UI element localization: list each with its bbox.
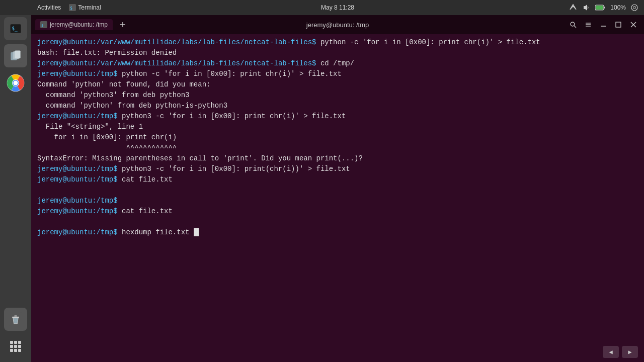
top-bar-left: Activities $ Terminal (37, 4, 101, 11)
output-text: for i in [0x00]: print chr(i) (37, 133, 177, 141)
files-icon (9, 49, 23, 63)
svg-point-31 (633, 7, 636, 9)
prompt-text: jeremy@ubuntu:/tmp$ (37, 165, 118, 173)
maximize-icon (615, 21, 622, 28)
terminal-topbar-icon: $ (69, 4, 76, 11)
terminal-line: for i in [0x00]: print chr(i) (37, 132, 638, 143)
minimize-button[interactable] (597, 18, 610, 31)
command-text: cd /tmp/ (316, 59, 355, 67)
apps-grid-icon (10, 341, 21, 352)
battery-icon (595, 4, 605, 12)
terminal-line (37, 217, 638, 227)
terminal-content[interactable]: jeremy@ubuntu:/var/www/mutillidae/labs/l… (31, 34, 644, 362)
svg-rect-23 (18, 349, 21, 352)
svg-rect-18 (10, 345, 13, 348)
command-text: python -c 'for i in [0x00]: print chr(i)… (316, 38, 540, 46)
sidebar-item-chrome[interactable] (4, 71, 27, 95)
terminal-line: jeremy@ubuntu:/var/www/mutillidae/labs/l… (37, 37, 638, 48)
window-title: jeremy@ubuntu: /tmp (306, 21, 369, 29)
terminal-line (37, 185, 638, 196)
svg-rect-16 (14, 341, 17, 344)
network-icon (569, 4, 577, 12)
terminal-label: Terminal (78, 4, 101, 11)
maximize-button[interactable] (612, 18, 625, 31)
top-bar-right: 100% (569, 4, 638, 12)
prompt-text: jeremy@ubuntu:/tmp$ (37, 175, 118, 184)
titlebar-left: $ jeremy@ubuntu: /tmp (35, 18, 130, 32)
prompt-text: jeremy@ubuntu:/tmp$ (37, 112, 118, 120)
svg-rect-19 (14, 345, 17, 348)
terminal-icon: $_ (9, 22, 23, 36)
command-text: python3 -c 'for i in [0x00]: print(chr(i… (118, 165, 350, 173)
terminal-line: File "<string>", line 1 (37, 122, 638, 132)
terminal-line: SyntaxError: Missing parentheses in call… (37, 153, 638, 164)
minimize-icon (600, 21, 607, 28)
svg-rect-14 (14, 315, 17, 317)
menu-button[interactable] (582, 18, 595, 31)
terminal-app-label: $ Terminal (69, 4, 101, 11)
sidebar: $_ (0, 0, 31, 362)
sidebar-item-terminal[interactable]: $_ (4, 17, 27, 40)
output-text: bash: file.txt: Permission denied (37, 49, 177, 57)
output-text: ^^^^^^^^^^^^ (37, 144, 177, 152)
svg-text:$: $ (70, 6, 72, 11)
tab-label: jeremy@ubuntu: /tmp (50, 21, 108, 28)
svg-rect-28 (604, 7, 605, 9)
sidebar-item-files[interactable] (4, 44, 27, 67)
svg-rect-22 (14, 349, 17, 352)
tab-terminal-icon: $ (40, 21, 47, 28)
output-text: command 'python' from deb python-is-pyth… (37, 102, 227, 110)
terminal-window: $ jeremy@ubuntu: /tmp jeremy@ubuntu: /tm… (31, 15, 644, 362)
svg-marker-26 (584, 5, 587, 11)
command-text: python -c 'for i in [0x00]: print chr(i)… (118, 70, 342, 78)
terminal-line: jeremy@ubuntu:/tmp$ python3 -c 'for i in… (37, 111, 638, 122)
main-area: Activities $ Terminal May 8 11:28 100% $… (31, 0, 644, 362)
prompt-text: jeremy@ubuntu:/var/www/mutillidae/labs/l… (37, 59, 316, 67)
output-text: File "<string>", line 1 (37, 123, 143, 131)
svg-point-36 (571, 22, 575, 26)
terminal-line: jeremy@ubuntu:/tmp$ python3 -c 'for i in… (37, 164, 638, 174)
terminal-line: Command 'python' not found, did you mean… (37, 79, 638, 90)
terminal-tab[interactable]: $ jeremy@ubuntu: /tmp (35, 19, 113, 30)
svg-rect-42 (616, 22, 621, 27)
datetime-display: May 8 11:28 (321, 4, 354, 11)
terminal-line: jeremy@ubuntu:/tmp$ hexdump file.txt (37, 227, 638, 238)
show-applications-button[interactable] (4, 335, 27, 358)
svg-rect-13 (12, 317, 19, 318)
activities-label[interactable]: Activities (37, 4, 61, 11)
svg-text:$: $ (41, 24, 43, 28)
svg-point-30 (631, 5, 637, 11)
search-button[interactable] (567, 18, 580, 31)
svg-rect-29 (596, 6, 603, 10)
command-text: cat file.txt (118, 175, 173, 184)
sound-icon (582, 4, 590, 12)
sidebar-item-trash[interactable] (4, 308, 27, 331)
svg-text:$_: $_ (12, 26, 18, 32)
terminal-cursor (194, 228, 199, 236)
svg-rect-6 (15, 51, 20, 59)
prompt-text: jeremy@ubuntu:/tmp$ (37, 228, 118, 236)
command-text: hexdump file.txt (118, 228, 194, 236)
hamburger-icon (585, 21, 592, 28)
bottom-nav: ◀ ▶ (603, 346, 638, 358)
nav-back-button[interactable]: ◀ (603, 346, 619, 358)
output-text: Command 'python' not found, did you mean… (37, 80, 210, 88)
close-button[interactable] (627, 18, 640, 31)
svg-rect-20 (18, 345, 21, 348)
terminal-line: ^^^^^^^^^^^^ (37, 143, 638, 153)
terminal-line: jeremy@ubuntu:/tmp$ cat file.txt (37, 206, 638, 217)
terminal-line: jeremy@ubuntu:/tmp$ python -c 'for i in … (37, 69, 638, 79)
top-bar: Activities $ Terminal May 8 11:28 100% (31, 0, 644, 15)
svg-point-11 (14, 81, 18, 85)
terminal-line: jeremy@ubuntu:/tmp$ cat file.txt (37, 174, 638, 185)
svg-rect-17 (18, 341, 21, 344)
terminal-titlebar: $ jeremy@ubuntu: /tmp jeremy@ubuntu: /tm… (31, 15, 644, 34)
output-text: SyntaxError: Missing parentheses in call… (37, 154, 363, 162)
close-icon (630, 21, 637, 28)
prompt-text: jeremy@ubuntu:/tmp$ (37, 197, 118, 205)
trash-icon (9, 312, 23, 326)
new-tab-button[interactable] (116, 18, 130, 32)
settings-icon (631, 4, 638, 11)
nav-forward-button[interactable]: ▶ (622, 346, 638, 358)
prompt-text: jeremy@ubuntu:/tmp$ (37, 207, 118, 215)
